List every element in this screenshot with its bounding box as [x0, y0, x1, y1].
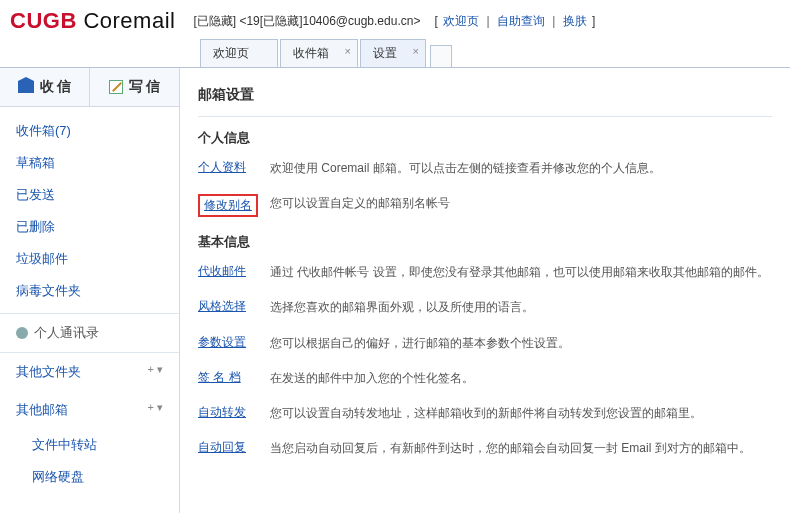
- row-signature: 签 名 档 在发送的邮件中加入您的个性化签名。: [198, 369, 772, 388]
- group-other-folders[interactable]: 其他文件夹 + ▾: [0, 353, 179, 391]
- folder-transfer[interactable]: 文件中转站: [0, 429, 179, 461]
- desc-autoreply: 当您启动自动回复后，有新邮件到达时，您的邮箱会自动回复一封 Email 到对方的…: [270, 439, 751, 458]
- close-icon[interactable]: ×: [345, 45, 351, 57]
- desc-profile: 欢迎使用 Coremail 邮箱。可以点击左侧的链接查看并修改您的个人信息。: [270, 159, 661, 178]
- link-alias[interactable]: 修改别名: [204, 198, 252, 212]
- link-skin[interactable]: 换肤: [563, 14, 587, 28]
- link-profile[interactable]: 个人资料: [198, 160, 246, 174]
- header-links: [ 欢迎页 | 自助查询 | 换肤 ]: [434, 13, 595, 30]
- desc-pop: 通过 代收邮件帐号 设置，即使您没有登录其他邮箱，也可以使用邮箱来收取其他邮箱的…: [270, 263, 769, 282]
- folder-inbox[interactable]: 收件箱(7): [0, 115, 179, 147]
- desc-forward: 您可以设置自动转发地址，这样邮箱收到的新邮件将自动转发到您设置的邮箱里。: [270, 404, 702, 423]
- header: CUGB Coremail [已隐藏] <19[已隐藏]10406@cugb.e…: [0, 0, 790, 40]
- folder-sent[interactable]: 已发送: [0, 179, 179, 211]
- folder-list: 收件箱(7) 草稿箱 已发送 已删除 垃圾邮件 病毒文件夹: [0, 107, 179, 314]
- tab-label: 欢迎页: [213, 46, 249, 60]
- button-label: 收 信: [40, 78, 72, 96]
- compose-button[interactable]: 写 信: [90, 68, 179, 106]
- folder-netdisk[interactable]: 网络硬盘: [0, 461, 179, 493]
- desc-params: 您可以根据自己的偏好，进行邮箱的基本参数个性设置。: [270, 334, 570, 353]
- tab-bar: 欢迎页 收件箱 × 设置 ×: [0, 40, 790, 68]
- folder-virus[interactable]: 病毒文件夹: [0, 275, 179, 307]
- button-label: 写 信: [129, 78, 161, 96]
- group-label: 其他邮箱: [16, 401, 68, 419]
- folder-drafts[interactable]: 草稿箱: [0, 147, 179, 179]
- content-area: 邮箱设置 个人信息 个人资料 欢迎使用 Coremail 邮箱。可以点击左侧的链…: [180, 68, 790, 513]
- tab-add-button[interactable]: [430, 45, 452, 67]
- logo-coremail: Coremail: [83, 8, 175, 33]
- row-autoreply: 自动回复 当您启动自动回复后，有新邮件到达时，您的邮箱会自动回复一封 Email…: [198, 439, 772, 458]
- group-label: 其他文件夹: [16, 363, 81, 381]
- page-title: 邮箱设置: [198, 80, 772, 117]
- tab-welcome[interactable]: 欢迎页: [200, 39, 278, 67]
- row-forward: 自动转发 您可以设置自动转发地址，这样邮箱收到的新邮件将自动转发到您设置的邮箱里…: [198, 404, 772, 423]
- link-forward[interactable]: 自动转发: [198, 405, 246, 419]
- section-basic-title: 基本信息: [198, 233, 772, 251]
- link-self-query[interactable]: 自助查询: [497, 14, 545, 28]
- link-autoreply[interactable]: 自动回复: [198, 440, 246, 454]
- row-style: 风格选择 选择您喜欢的邮箱界面外观，以及所使用的语言。: [198, 298, 772, 317]
- link-pop[interactable]: 代收邮件: [198, 264, 246, 278]
- chevron-icon: + ▾: [148, 401, 163, 419]
- row-pop: 代收邮件 通过 代收邮件帐号 设置，即使您没有登录其他邮箱，也可以使用邮箱来收取…: [198, 263, 772, 282]
- link-style[interactable]: 风格选择: [198, 299, 246, 313]
- highlight-box: 修改别名: [198, 194, 258, 217]
- row-alias: 修改别名 您可以设置自定义的邮箱别名帐号: [198, 194, 772, 217]
- desc-signature: 在发送的邮件中加入您的个性化签名。: [270, 369, 474, 388]
- close-icon[interactable]: ×: [413, 45, 419, 57]
- tab-inbox[interactable]: 收件箱 ×: [280, 39, 358, 67]
- tab-label: 设置: [373, 46, 397, 60]
- link-welcome[interactable]: 欢迎页: [443, 14, 479, 28]
- user-info: [已隐藏] <19[已隐藏]10406@cugb.edu.cn>: [193, 13, 420, 30]
- group-other-mail[interactable]: 其他邮箱 + ▾: [0, 391, 179, 429]
- person-icon: [16, 327, 28, 339]
- link-signature[interactable]: 签 名 档: [198, 370, 241, 384]
- row-profile: 个人资料 欢迎使用 Coremail 邮箱。可以点击左侧的链接查看并修改您的个人…: [198, 159, 772, 178]
- inbox-icon: [18, 81, 34, 93]
- desc-style: 选择您喜欢的邮箱界面外观，以及所使用的语言。: [270, 298, 534, 317]
- compose-icon: [109, 80, 123, 94]
- tab-settings[interactable]: 设置 ×: [360, 39, 426, 67]
- row-params: 参数设置 您可以根据自己的偏好，进行邮箱的基本参数个性设置。: [198, 334, 772, 353]
- sidebar: 收 信 写 信 收件箱(7) 草稿箱 已发送 已删除 垃圾邮件 病毒文件夹 个人…: [0, 68, 180, 513]
- logo: CUGB Coremail: [10, 8, 175, 34]
- folder-spam[interactable]: 垃圾邮件: [0, 243, 179, 275]
- contacts-label: 个人通讯录: [34, 324, 99, 342]
- folder-trash[interactable]: 已删除: [0, 211, 179, 243]
- sidebar-toolbar: 收 信 写 信: [0, 68, 179, 107]
- section-personal-title: 个人信息: [198, 129, 772, 147]
- logo-cugb: CUGB: [10, 8, 77, 33]
- desc-alias: 您可以设置自定义的邮箱别名帐号: [270, 194, 450, 213]
- contacts-link[interactable]: 个人通讯录: [0, 314, 179, 353]
- chevron-icon: + ▾: [148, 363, 163, 381]
- link-params[interactable]: 参数设置: [198, 335, 246, 349]
- tab-label: 收件箱: [293, 46, 329, 60]
- receive-button[interactable]: 收 信: [0, 68, 90, 106]
